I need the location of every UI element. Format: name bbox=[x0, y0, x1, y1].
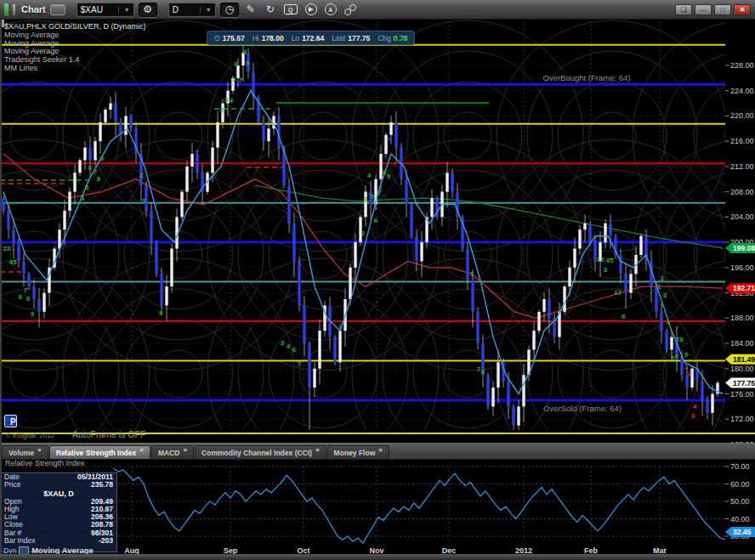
status-indicator bbox=[4, 3, 9, 16]
auto-button[interactable]: A bbox=[323, 2, 338, 17]
svg-text:177.75: 177.75 bbox=[733, 379, 755, 387]
price-axis: 228.00224.00220.00216.00212.00208.00204.… bbox=[725, 61, 754, 540]
rsi-panel-title: Relative Strength Index bbox=[5, 459, 85, 467]
tab-volume[interactable]: Volume× bbox=[2, 445, 48, 459]
minimize-button[interactable]: — bbox=[695, 4, 712, 15]
svg-text:2: 2 bbox=[661, 274, 665, 282]
svg-text:L: L bbox=[513, 405, 517, 413]
svg-text:2: 2 bbox=[139, 172, 144, 179]
close-button[interactable]: ✕ bbox=[734, 4, 751, 15]
svg-text:212.00: 212.00 bbox=[730, 162, 754, 171]
autoframe-status: AutoFrame is OFF bbox=[72, 429, 145, 439]
svg-text:3: 3 bbox=[663, 291, 667, 299]
svg-text:67: 67 bbox=[615, 289, 622, 297]
layout-badge-icon bbox=[50, 4, 65, 15]
svg-text:184.00: 184.00 bbox=[730, 339, 754, 348]
tab-close-icon[interactable]: × bbox=[378, 446, 383, 454]
svg-text:5: 5 bbox=[232, 76, 236, 83]
svg-text:4: 4 bbox=[287, 342, 291, 350]
svg-text:199.08: 199.08 bbox=[733, 244, 755, 252]
chevron-down-icon[interactable]: ▼ bbox=[118, 7, 130, 13]
svg-text:3: 3 bbox=[281, 339, 285, 347]
chevron-down-icon[interactable]: ▼ bbox=[200, 7, 212, 13]
data-window-row: Bar Index-203 bbox=[1, 537, 116, 545]
drag-grip[interactable] bbox=[13, 4, 15, 15]
svg-text:176.00: 176.00 bbox=[730, 390, 754, 399]
svg-text:78: 78 bbox=[676, 336, 684, 343]
svg-text:8: 8 bbox=[26, 295, 31, 303]
svg-text:6: 6 bbox=[19, 293, 23, 301]
clock-icon: ◷ bbox=[224, 3, 233, 15]
window-title: Chart bbox=[21, 4, 46, 14]
svg-text:OverBought (Frame: 64): OverBought (Frame: 64) bbox=[543, 73, 631, 82]
quote-button[interactable]: Q bbox=[282, 2, 299, 17]
svg-text:8: 8 bbox=[481, 368, 485, 376]
quote-summary-bar: O175.57Hi178.00Lo172.64Last177.75Chg0.78 bbox=[207, 31, 415, 45]
a-circle-icon: A bbox=[325, 3, 337, 15]
interval-input[interactable]: D ▼ bbox=[168, 3, 216, 17]
quote-bubble-icon: Q bbox=[284, 4, 298, 14]
tab-close-icon[interactable]: × bbox=[139, 446, 144, 454]
data-window-row: Price235.78 bbox=[1, 481, 116, 489]
quote-item: Lo172.64 bbox=[292, 34, 324, 42]
svg-text:2: 2 bbox=[220, 106, 224, 114]
svg-text:2: 2 bbox=[688, 370, 692, 377]
gear-icon: ⚙ bbox=[143, 3, 152, 15]
quote-item: Hi178.00 bbox=[253, 34, 284, 42]
tab-macd[interactable]: MACD× bbox=[151, 445, 194, 459]
time-template-button[interactable]: ◷ bbox=[220, 3, 239, 17]
tab-close-icon[interactable]: × bbox=[183, 446, 187, 454]
svg-text:188.00: 188.00 bbox=[730, 314, 754, 322]
svg-text:9: 9 bbox=[159, 309, 163, 317]
svg-text:45: 45 bbox=[606, 257, 614, 264]
symbol-input[interactable]: $XAU ▼ bbox=[77, 3, 134, 17]
replay-button[interactable]: ▶ bbox=[304, 2, 319, 17]
reload-button[interactable]: ↻ bbox=[263, 2, 278, 17]
maximize-button[interactable]: □ bbox=[714, 4, 731, 15]
window-bottom-edge[interactable] bbox=[0, 554, 755, 560]
quote-item: Chg0.78 bbox=[378, 34, 407, 42]
svg-text:8: 8 bbox=[622, 313, 626, 320]
svg-text:220.00: 220.00 bbox=[730, 111, 754, 120]
svg-text:204.00: 204.00 bbox=[730, 212, 754, 221]
svg-text:6: 6 bbox=[88, 164, 93, 172]
copyright-text: © eSignal, 2012 bbox=[6, 432, 54, 439]
svg-text:H: H bbox=[387, 135, 392, 143]
quote-item: Last177.75 bbox=[332, 34, 370, 42]
svg-text:1: 1 bbox=[657, 283, 661, 291]
draw-button[interactable]: ✎ bbox=[243, 2, 258, 17]
tab-label: Money Flow bbox=[334, 449, 376, 457]
svg-text:1: 1 bbox=[470, 270, 474, 278]
svg-text:5: 5 bbox=[371, 193, 375, 201]
seeker-annotations-layer: 8695734296785423224576899489357623467781… bbox=[3, 48, 697, 420]
tab-relative-strength-index[interactable]: Relative Strength Index× bbox=[49, 445, 150, 459]
svg-text:3: 3 bbox=[604, 266, 608, 274]
tab-close-icon[interactable]: × bbox=[315, 446, 320, 454]
svg-text:9: 9 bbox=[31, 310, 35, 318]
svg-text:7: 7 bbox=[24, 286, 28, 294]
svg-text:60.00: 60.00 bbox=[730, 480, 750, 489]
svg-text:9: 9 bbox=[684, 351, 689, 359]
svg-text:192.71: 192.71 bbox=[733, 284, 755, 292]
symbol-value: $XAU bbox=[81, 5, 103, 14]
svg-text:5: 5 bbox=[85, 184, 89, 191]
svg-text:6: 6 bbox=[292, 346, 297, 354]
quote-item: O175.57 bbox=[214, 34, 245, 42]
tab-commodity-channel-index-cci-[interactable]: Commodity Channel Index (CCI)× bbox=[195, 445, 326, 459]
page-button[interactable]: P bbox=[4, 415, 17, 427]
tab-label: Commodity Channel Index (CCI) bbox=[202, 449, 312, 457]
tab-label: Relative Strength Index bbox=[56, 449, 136, 457]
link-button[interactable] bbox=[343, 2, 358, 17]
popout-button[interactable]: ❏ bbox=[675, 4, 692, 15]
symbol-settings-button[interactable]: ⚙ bbox=[139, 3, 157, 17]
svg-text:32.45: 32.45 bbox=[733, 528, 752, 536]
tab-close-icon[interactable]: × bbox=[37, 446, 42, 454]
data-window[interactable]: Date05/31/2011Price235.78$XAU, DOpen209.… bbox=[0, 472, 117, 552]
window-left-edge[interactable] bbox=[0, 19, 2, 560]
svg-text:2: 2 bbox=[361, 229, 366, 237]
svg-text:45: 45 bbox=[9, 258, 17, 266]
svg-text:4: 4 bbox=[667, 319, 671, 326]
svg-text:70.00: 70.00 bbox=[730, 462, 750, 471]
tab-money-flow[interactable]: Money Flow× bbox=[327, 445, 389, 459]
window-titlebar: Chart $XAU ▼ ⚙ D ▼ ◷ ✎ ↻ Q ▶ A ❏ — □ ✕ bbox=[0, 0, 755, 20]
